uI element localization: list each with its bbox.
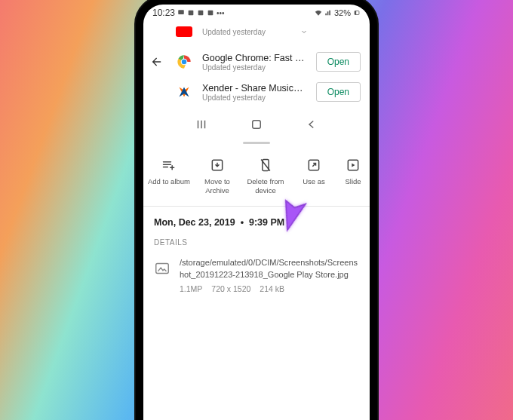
file-path: /storage/emulated/0/DCIM/Screenshots/Scr… bbox=[180, 257, 359, 281]
app-subtitle: Updated yesterday bbox=[202, 28, 283, 36]
archive-icon bbox=[210, 158, 225, 173]
message-icon bbox=[177, 9, 185, 17]
delete-from-device-button[interactable]: Delete from device bbox=[241, 158, 290, 195]
app-title: Xender - Share Music&Video, Trans bbox=[202, 83, 309, 94]
date-time: Mon, Dec 23, 2019 • 9:39 PM bbox=[143, 217, 370, 238]
svg-rect-5 bbox=[355, 11, 356, 15]
svg-rect-3 bbox=[208, 11, 213, 16]
app-icon bbox=[207, 9, 214, 17]
slideshow-button[interactable]: Slide bbox=[338, 158, 368, 195]
app-subtitle: Updated yesterday bbox=[202, 94, 309, 102]
app-icon bbox=[187, 9, 195, 17]
file-details: /storage/emulated/0/DCIM/Screenshots/Scr… bbox=[143, 257, 370, 293]
app-icon-youtube bbox=[174, 21, 195, 42]
divider bbox=[143, 206, 370, 207]
svg-rect-10 bbox=[253, 121, 261, 129]
add-to-album-button[interactable]: Add to album bbox=[145, 158, 193, 195]
open-external-icon bbox=[306, 158, 321, 173]
back-nav-button[interactable] bbox=[305, 118, 318, 134]
svg-rect-2 bbox=[198, 11, 204, 16]
android-nav bbox=[143, 107, 370, 142]
wifi-icon bbox=[315, 9, 322, 17]
app-row[interactable]: Google Chrome: Fast & Secure Updated yes… bbox=[143, 47, 370, 77]
details-heading: DETAILS bbox=[143, 238, 370, 257]
drag-handle[interactable] bbox=[243, 142, 270, 144]
svg-rect-1 bbox=[189, 11, 194, 16]
status-time: 10:23 bbox=[152, 8, 175, 18]
home-button[interactable] bbox=[250, 118, 263, 134]
app-icon-chrome bbox=[174, 51, 195, 72]
file-meta: 1.1MP720 x 1520214 kB bbox=[180, 284, 359, 293]
battery-percent: 32% bbox=[334, 8, 351, 17]
svg-rect-0 bbox=[178, 10, 184, 14]
svg-rect-15 bbox=[156, 263, 169, 273]
playlist-add-icon bbox=[161, 158, 177, 173]
more-icon: ••• bbox=[217, 9, 225, 17]
slideshow-icon bbox=[346, 158, 361, 173]
recents-button[interactable] bbox=[195, 118, 208, 134]
move-to-archive-button[interactable]: Move to Archive bbox=[193, 158, 241, 195]
action-row: Add to album Move to Archive Delete from… bbox=[143, 149, 370, 206]
status-bar: 10:23 ••• 32% bbox=[143, 5, 370, 21]
delete-device-icon bbox=[258, 158, 273, 173]
back-button[interactable] bbox=[148, 53, 166, 71]
app-row[interactable]: Updated yesterday Open bbox=[143, 21, 370, 47]
app-subtitle: Updated yesterday bbox=[202, 63, 309, 72]
battery-icon bbox=[353, 9, 361, 17]
app-title: Google Chrome: Fast & Secure bbox=[202, 53, 309, 63]
signal-icon bbox=[324, 9, 332, 17]
photo-details-panel: Add to album Move to Archive Delete from… bbox=[143, 149, 370, 420]
app-icon bbox=[197, 9, 204, 17]
open-button[interactable]: Open bbox=[316, 82, 361, 102]
app-row[interactable]: Xender - Share Music&Video, Trans Update… bbox=[143, 77, 370, 107]
chevron-down-icon[interactable] bbox=[290, 27, 318, 36]
app-icon-xender bbox=[174, 81, 195, 103]
open-button[interactable]: Open bbox=[316, 52, 361, 72]
image-icon bbox=[154, 260, 170, 277]
